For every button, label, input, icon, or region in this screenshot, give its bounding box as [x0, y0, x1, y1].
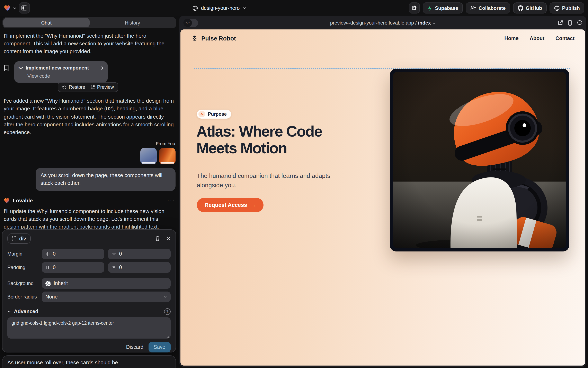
margin-y-icon [112, 252, 116, 256]
background-label: Background [7, 280, 42, 286]
assistant-header: Lovable ··· [2, 197, 176, 203]
purpose-badge: Purpose [197, 110, 231, 119]
tab-chat[interactable]: Chat [3, 18, 89, 28]
arrow-right-icon: → [250, 202, 256, 208]
collaborate-button[interactable]: Collaborate [465, 2, 510, 13]
inspector-header: div [7, 233, 171, 244]
assistant-name: Lovable [13, 197, 33, 203]
site-brand[interactable]: Pulse Robot [191, 35, 236, 42]
github-icon [517, 5, 523, 11]
tab-history[interactable]: History [89, 18, 176, 28]
code-icon: <> [19, 66, 23, 71]
user-message-bubble: As you scroll down the page, these compo… [36, 168, 176, 191]
more-menu-button[interactable]: ··· [167, 197, 175, 203]
open-in-new-tab-icon[interactable] [558, 20, 563, 25]
padding-y-input[interactable] [108, 262, 171, 273]
top-bar: design-your-hero Supabase Collaborate Gi… [0, 0, 588, 16]
code-icon: <> [183, 18, 192, 27]
publish-button[interactable]: Publish [549, 2, 584, 13]
app-window: design-your-hero Supabase Collaborate Gi… [0, 0, 588, 368]
border-radius-select[interactable]: None [42, 292, 171, 302]
hero-subtitle: The humanoid companion that learns and a… [197, 171, 349, 190]
trash-icon [155, 236, 160, 241]
view-code-link[interactable]: View code [28, 74, 104, 79]
preview-breadcrumb[interactable]: preview--design-your-hero.lovable.app / … [179, 20, 586, 26]
topbar-actions: Supabase Collaborate GitHub Publish [409, 2, 584, 13]
toggle-sidebar-button[interactable] [19, 2, 30, 13]
delete-element-button[interactable] [155, 236, 160, 241]
margin-y-input[interactable] [108, 248, 171, 259]
logo-chevron-down-icon[interactable] [13, 7, 16, 9]
lovable-heart-icon [4, 197, 10, 203]
request-access-button[interactable]: Request Access → [197, 198, 264, 212]
background-input[interactable]: Inherit [42, 278, 171, 289]
preview-button[interactable]: Preview [91, 85, 114, 90]
margin-row: Margin [7, 248, 171, 259]
site-nav: Home About Contact [504, 36, 575, 41]
margin-x-input[interactable] [42, 248, 104, 259]
transparency-swatch-icon [45, 281, 51, 286]
element-tag-chip[interactable]: div [7, 233, 30, 244]
nav-about[interactable]: About [530, 36, 544, 41]
chat-history-tabs: Chat History [2, 17, 176, 28]
project-chevron-down-icon [242, 7, 246, 9]
composer-input[interactable]: As user mouse roll over, these cards sho… [7, 359, 171, 366]
discard-button[interactable]: Discard [126, 344, 143, 350]
resize-handle[interactable] [167, 335, 169, 338]
close-inspector-button[interactable] [166, 236, 171, 241]
padding-label: Padding [7, 265, 42, 270]
attachment-image-2[interactable] [159, 148, 176, 164]
bookmark-icon[interactable] [4, 65, 9, 71]
padding-row: Padding [7, 262, 171, 273]
version-hover-toolbar: Restore Preview [58, 83, 118, 92]
chat-composer[interactable]: As user mouse roll over, these cards sho… [2, 355, 176, 368]
attachment-image-1[interactable] [140, 148, 157, 164]
mobile-view-icon[interactable] [568, 20, 572, 26]
chevron-down-icon [432, 22, 435, 24]
assistant-message-3: I'll update the WhyHumanoid component to… [4, 207, 175, 231]
supabase-icon [427, 5, 433, 11]
attachment-thumbnails [2, 148, 176, 164]
advanced-section-toggle[interactable]: Advanced ? [7, 308, 171, 315]
supabase-button[interactable]: Supabase [423, 2, 463, 13]
pulse-robot-logo-icon [191, 35, 198, 42]
external-link-icon [91, 85, 95, 90]
margin-label: Margin [7, 251, 42, 257]
refresh-icon[interactable] [577, 20, 582, 25]
purpose-badge-label: Purpose [208, 112, 227, 117]
close-icon [166, 236, 171, 241]
chevron-down-icon [7, 310, 11, 313]
hero-robot-image-card [390, 69, 569, 251]
topbar-left [4, 2, 30, 13]
background-row: Background Inherit [7, 278, 171, 289]
pulse-icon [199, 111, 205, 117]
site-header: Pulse Robot Home About Contact [180, 29, 585, 47]
restore-button[interactable]: Restore [62, 85, 85, 90]
dashed-element-icon [12, 236, 16, 241]
save-button[interactable]: Save [148, 342, 171, 352]
github-button[interactable]: GitHub [513, 2, 546, 13]
project-switcher[interactable]: design-your-hero [192, 5, 246, 11]
implement-component-card[interactable]: <> Implement new component View code [14, 62, 108, 83]
assistant-message-2: I've added a new "Why Humanoid" section … [4, 97, 175, 136]
chevron-down-icon [163, 296, 167, 298]
border-radius-label: Border radius [7, 294, 42, 300]
padding-x-input[interactable] [42, 262, 104, 273]
gear-icon [411, 5, 417, 11]
help-icon[interactable]: ? [164, 308, 171, 315]
preview-header-actions [558, 20, 582, 26]
margin-x-icon [45, 252, 50, 256]
tailwind-classes-textarea[interactable]: grid grid-cols-1 lg:grid-cols-2 gap-12 i… [7, 317, 171, 339]
assistant-message-1: I'll implement the "Why Humanoid" sectio… [4, 32, 175, 55]
hero-heading: Atlas: Where Code Meets Motion [196, 123, 322, 157]
code-preview-toggle[interactable]: <> [183, 18, 198, 27]
robot-image [393, 72, 566, 248]
preview-header: <> preview--design-your-hero.lovable.app… [179, 16, 586, 29]
nav-home[interactable]: Home [504, 36, 518, 41]
settings-button[interactable] [409, 2, 420, 13]
lovable-logo-icon[interactable] [4, 4, 11, 11]
publish-globe-icon [554, 5, 560, 11]
from-you-label: From You [2, 141, 176, 146]
nav-contact[interactable]: Contact [555, 36, 575, 41]
border-radius-row: Border radius None [7, 292, 171, 302]
